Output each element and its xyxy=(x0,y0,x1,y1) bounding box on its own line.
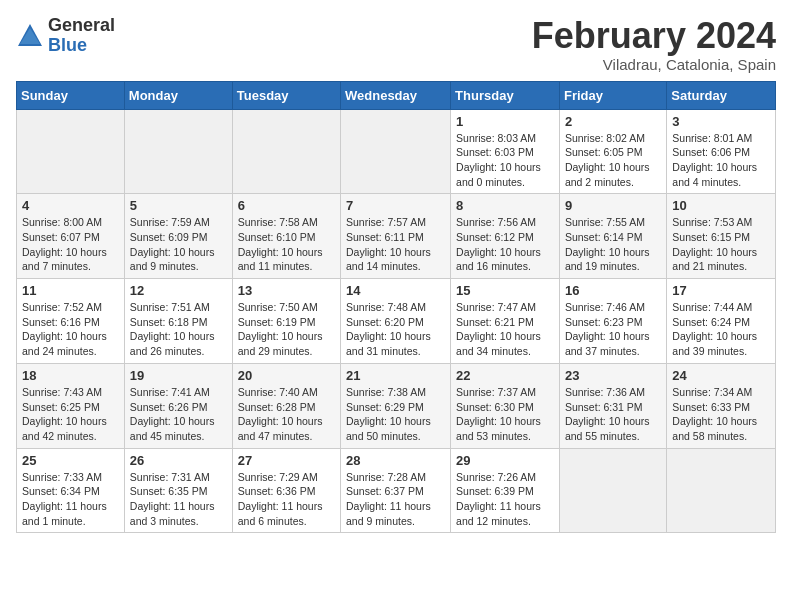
calendar-table: SundayMondayTuesdayWednesdayThursdayFrid… xyxy=(16,81,776,534)
day-info: Sunrise: 7:52 AM Sunset: 6:16 PM Dayligh… xyxy=(22,300,119,359)
day-info: Sunrise: 8:02 AM Sunset: 6:05 PM Dayligh… xyxy=(565,131,661,190)
header-row: SundayMondayTuesdayWednesdayThursdayFrid… xyxy=(17,81,776,109)
day-number: 20 xyxy=(238,368,335,383)
day-number: 26 xyxy=(130,453,227,468)
day-info: Sunrise: 7:31 AM Sunset: 6:35 PM Dayligh… xyxy=(130,470,227,529)
week-row-3: 11Sunrise: 7:52 AM Sunset: 6:16 PM Dayli… xyxy=(17,279,776,364)
day-info: Sunrise: 7:38 AM Sunset: 6:29 PM Dayligh… xyxy=(346,385,445,444)
week-row-1: 1Sunrise: 8:03 AM Sunset: 6:03 PM Daylig… xyxy=(17,109,776,194)
day-number: 12 xyxy=(130,283,227,298)
day-cell: 11Sunrise: 7:52 AM Sunset: 6:16 PM Dayli… xyxy=(17,279,125,364)
day-info: Sunrise: 7:47 AM Sunset: 6:21 PM Dayligh… xyxy=(456,300,554,359)
day-cell: 16Sunrise: 7:46 AM Sunset: 6:23 PM Dayli… xyxy=(559,279,666,364)
svg-marker-1 xyxy=(20,28,40,44)
day-number: 2 xyxy=(565,114,661,129)
day-number: 13 xyxy=(238,283,335,298)
title-block: February 2024 Viladrau, Catalonia, Spain xyxy=(532,16,776,73)
day-number: 29 xyxy=(456,453,554,468)
day-cell: 8Sunrise: 7:56 AM Sunset: 6:12 PM Daylig… xyxy=(451,194,560,279)
day-cell: 6Sunrise: 7:58 AM Sunset: 6:10 PM Daylig… xyxy=(232,194,340,279)
day-info: Sunrise: 7:26 AM Sunset: 6:39 PM Dayligh… xyxy=(456,470,554,529)
day-cell xyxy=(232,109,340,194)
logo-icon xyxy=(16,22,44,50)
day-cell xyxy=(124,109,232,194)
day-info: Sunrise: 7:59 AM Sunset: 6:09 PM Dayligh… xyxy=(130,215,227,274)
day-cell: 10Sunrise: 7:53 AM Sunset: 6:15 PM Dayli… xyxy=(667,194,776,279)
day-info: Sunrise: 7:41 AM Sunset: 6:26 PM Dayligh… xyxy=(130,385,227,444)
day-number: 7 xyxy=(346,198,445,213)
page-header: General Blue February 2024 Viladrau, Cat… xyxy=(16,16,776,73)
day-cell: 23Sunrise: 7:36 AM Sunset: 6:31 PM Dayli… xyxy=(559,363,666,448)
day-cell: 14Sunrise: 7:48 AM Sunset: 6:20 PM Dayli… xyxy=(341,279,451,364)
day-info: Sunrise: 7:43 AM Sunset: 6:25 PM Dayligh… xyxy=(22,385,119,444)
day-info: Sunrise: 7:33 AM Sunset: 6:34 PM Dayligh… xyxy=(22,470,119,529)
day-number: 11 xyxy=(22,283,119,298)
day-info: Sunrise: 7:48 AM Sunset: 6:20 PM Dayligh… xyxy=(346,300,445,359)
day-number: 6 xyxy=(238,198,335,213)
day-info: Sunrise: 7:34 AM Sunset: 6:33 PM Dayligh… xyxy=(672,385,770,444)
day-info: Sunrise: 8:00 AM Sunset: 6:07 PM Dayligh… xyxy=(22,215,119,274)
day-cell: 24Sunrise: 7:34 AM Sunset: 6:33 PM Dayli… xyxy=(667,363,776,448)
day-cell: 17Sunrise: 7:44 AM Sunset: 6:24 PM Dayli… xyxy=(667,279,776,364)
logo: General Blue xyxy=(16,16,115,56)
day-number: 18 xyxy=(22,368,119,383)
day-cell xyxy=(667,448,776,533)
day-info: Sunrise: 7:44 AM Sunset: 6:24 PM Dayligh… xyxy=(672,300,770,359)
week-row-4: 18Sunrise: 7:43 AM Sunset: 6:25 PM Dayli… xyxy=(17,363,776,448)
day-info: Sunrise: 7:46 AM Sunset: 6:23 PM Dayligh… xyxy=(565,300,661,359)
col-header-thursday: Thursday xyxy=(451,81,560,109)
day-number: 22 xyxy=(456,368,554,383)
day-cell xyxy=(559,448,666,533)
day-info: Sunrise: 7:57 AM Sunset: 6:11 PM Dayligh… xyxy=(346,215,445,274)
day-cell: 29Sunrise: 7:26 AM Sunset: 6:39 PM Dayli… xyxy=(451,448,560,533)
day-info: Sunrise: 7:36 AM Sunset: 6:31 PM Dayligh… xyxy=(565,385,661,444)
week-row-2: 4Sunrise: 8:00 AM Sunset: 6:07 PM Daylig… xyxy=(17,194,776,279)
day-number: 4 xyxy=(22,198,119,213)
day-cell: 28Sunrise: 7:28 AM Sunset: 6:37 PM Dayli… xyxy=(341,448,451,533)
day-cell: 25Sunrise: 7:33 AM Sunset: 6:34 PM Dayli… xyxy=(17,448,125,533)
day-info: Sunrise: 7:50 AM Sunset: 6:19 PM Dayligh… xyxy=(238,300,335,359)
logo-blue-text: Blue xyxy=(48,35,87,55)
day-number: 1 xyxy=(456,114,554,129)
col-header-saturday: Saturday xyxy=(667,81,776,109)
day-number: 28 xyxy=(346,453,445,468)
day-number: 21 xyxy=(346,368,445,383)
day-number: 19 xyxy=(130,368,227,383)
day-cell: 18Sunrise: 7:43 AM Sunset: 6:25 PM Dayli… xyxy=(17,363,125,448)
day-info: Sunrise: 7:58 AM Sunset: 6:10 PM Dayligh… xyxy=(238,215,335,274)
day-cell: 2Sunrise: 8:02 AM Sunset: 6:05 PM Daylig… xyxy=(559,109,666,194)
day-info: Sunrise: 7:53 AM Sunset: 6:15 PM Dayligh… xyxy=(672,215,770,274)
day-number: 27 xyxy=(238,453,335,468)
month-title: February 2024 xyxy=(532,16,776,56)
day-cell: 12Sunrise: 7:51 AM Sunset: 6:18 PM Dayli… xyxy=(124,279,232,364)
logo-general-text: General xyxy=(48,15,115,35)
day-cell: 4Sunrise: 8:00 AM Sunset: 6:07 PM Daylig… xyxy=(17,194,125,279)
day-cell xyxy=(341,109,451,194)
day-number: 24 xyxy=(672,368,770,383)
day-number: 8 xyxy=(456,198,554,213)
day-number: 14 xyxy=(346,283,445,298)
day-cell xyxy=(17,109,125,194)
col-header-tuesday: Tuesday xyxy=(232,81,340,109)
day-info: Sunrise: 7:55 AM Sunset: 6:14 PM Dayligh… xyxy=(565,215,661,274)
day-number: 9 xyxy=(565,198,661,213)
col-header-wednesday: Wednesday xyxy=(341,81,451,109)
col-header-monday: Monday xyxy=(124,81,232,109)
day-cell: 1Sunrise: 8:03 AM Sunset: 6:03 PM Daylig… xyxy=(451,109,560,194)
location-subtitle: Viladrau, Catalonia, Spain xyxy=(532,56,776,73)
day-cell: 21Sunrise: 7:38 AM Sunset: 6:29 PM Dayli… xyxy=(341,363,451,448)
day-info: Sunrise: 7:29 AM Sunset: 6:36 PM Dayligh… xyxy=(238,470,335,529)
col-header-sunday: Sunday xyxy=(17,81,125,109)
day-info: Sunrise: 7:28 AM Sunset: 6:37 PM Dayligh… xyxy=(346,470,445,529)
day-cell: 22Sunrise: 7:37 AM Sunset: 6:30 PM Dayli… xyxy=(451,363,560,448)
day-cell: 13Sunrise: 7:50 AM Sunset: 6:19 PM Dayli… xyxy=(232,279,340,364)
day-number: 17 xyxy=(672,283,770,298)
day-number: 3 xyxy=(672,114,770,129)
day-number: 15 xyxy=(456,283,554,298)
day-number: 16 xyxy=(565,283,661,298)
week-row-5: 25Sunrise: 7:33 AM Sunset: 6:34 PM Dayli… xyxy=(17,448,776,533)
day-info: Sunrise: 7:37 AM Sunset: 6:30 PM Dayligh… xyxy=(456,385,554,444)
day-info: Sunrise: 8:01 AM Sunset: 6:06 PM Dayligh… xyxy=(672,131,770,190)
day-number: 23 xyxy=(565,368,661,383)
day-number: 25 xyxy=(22,453,119,468)
